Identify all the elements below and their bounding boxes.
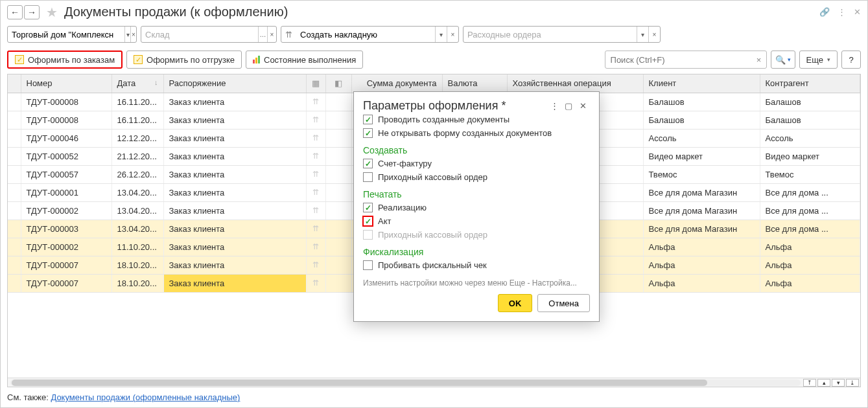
ellipsis-icon[interactable]: … [258, 27, 267, 42]
dropdown-icon[interactable]: ▾ [124, 27, 130, 42]
link-icon[interactable]: 🔗 [819, 7, 830, 17]
cell-order: Заказ клиента [163, 238, 306, 256]
cell-order: Заказ клиента [163, 93, 306, 111]
kebab-menu-icon[interactable]: ⋮ [838, 7, 846, 17]
col-doc-icon[interactable]: ▦ [306, 74, 325, 93]
checkbox-post-created[interactable] [363, 115, 373, 124]
close-icon[interactable]: ✕ [854, 7, 861, 17]
dialog-menu-icon[interactable]: ⋮ [547, 98, 561, 113]
checkbox-dont-open[interactable] [363, 128, 373, 138]
check-icon: ✓ [15, 55, 24, 64]
label-realization: Реализацию [378, 203, 427, 212]
cell-order: Заказ клиента [163, 201, 306, 220]
col-date[interactable]: Дата↓ [111, 74, 163, 93]
checkbox-cash-order-print [363, 230, 373, 240]
clear-icon[interactable]: × [267, 27, 276, 42]
footer-link[interactable]: Документы продажи (оформленные накладные… [51, 392, 240, 402]
cell-order: Заказ клиента [163, 274, 306, 292]
row-act[interactable]: Акт [363, 214, 590, 228]
cell-counterparty: Все для дома ... [760, 220, 860, 238]
scroll-bottom-button[interactable]: ⤓ [846, 379, 859, 387]
more-button[interactable]: Еще ▾ [799, 51, 838, 69]
cell-counterparty: Все для дома ... [760, 201, 860, 220]
cell-date: 13.04.20... [111, 201, 163, 220]
by-shipment-button[interactable]: ✓ Оформить по отгрузке [126, 51, 242, 69]
ok-button[interactable]: OK [498, 294, 533, 312]
create-waybill-input[interactable] [296, 30, 435, 40]
row-invoice[interactable]: Счет-фактуру [363, 157, 590, 170]
col-operation[interactable]: Хозяйственная операция [507, 74, 643, 93]
up-arrows-icon: ⇈ [306, 274, 325, 292]
row-realization[interactable]: Реализацию [363, 201, 590, 214]
scroll-down-button[interactable]: ▾ [832, 379, 845, 387]
by-orders-button[interactable]: ✓ Оформить по заказам [7, 51, 123, 69]
expense-orders-combo[interactable]: ▾ × [463, 26, 661, 43]
row-dont-open[interactable]: Не открывать форму созданных документов [363, 126, 590, 140]
checkbox-cash-order[interactable] [363, 172, 373, 182]
warehouse-combo[interactable]: … × [141, 26, 277, 43]
sort-down-icon: ↓ [154, 78, 158, 86]
col-sum[interactable]: Сумма документа [351, 74, 442, 93]
favorite-star-icon[interactable]: ★ [45, 5, 59, 19]
col-number[interactable]: Номер [21, 74, 111, 93]
cancel-button[interactable]: Отмена [537, 294, 590, 312]
dialog-close-icon[interactable]: ✕ [576, 98, 590, 113]
col-status-icon[interactable]: ◧ [325, 74, 351, 93]
org-input[interactable] [8, 30, 124, 40]
dropdown-icon[interactable]: ▾ [637, 27, 648, 42]
search-input[interactable] [605, 55, 752, 65]
nav-forward-button[interactable]: → [24, 5, 40, 19]
chevron-down-icon: ▾ [827, 56, 830, 63]
checkbox-invoice[interactable] [363, 159, 373, 168]
row-fiscal-check[interactable]: Пробивать фискальный чек [363, 258, 590, 272]
clear-icon[interactable]: × [130, 27, 136, 42]
expense-orders-input[interactable] [463, 30, 637, 40]
dropdown-icon[interactable]: ▾ [435, 27, 447, 42]
cell-date: 13.04.20... [111, 183, 163, 201]
clear-icon[interactable]: × [447, 27, 458, 42]
col-currency[interactable]: Валюта [442, 74, 507, 93]
checkbox-act[interactable] [363, 216, 373, 226]
cell-client: Альфа [643, 238, 760, 256]
section-fiscal: Фискализация [363, 245, 590, 258]
help-button[interactable]: ? [841, 51, 861, 69]
col-counterparty[interactable]: Контрагент [760, 74, 860, 93]
cell-date: 16.11.20... [111, 111, 163, 129]
create-waybill-combo[interactable]: ⇈ ▾ × [281, 26, 459, 43]
org-combo[interactable]: ▾ × [7, 26, 137, 43]
cell-number: ТДУТ-000008 [21, 111, 111, 129]
table-header-row: Номер Дата↓ Распоряжение ▦ ◧ Сумма докум… [8, 74, 860, 93]
search-box[interactable]: × [605, 51, 767, 69]
cell-date: 11.10.20... [111, 238, 163, 256]
col-client[interactable]: Клиент [643, 74, 760, 93]
clear-icon[interactable]: × [648, 27, 660, 42]
cell-number: ТДУТ-000001 [21, 183, 111, 201]
by-shipment-label: Оформить по отгрузке [147, 55, 235, 65]
search-button[interactable]: 🔍▾ [771, 51, 795, 69]
dialog-maximize-icon[interactable]: ▢ [561, 98, 576, 113]
cell-number: ТДУТ-000052 [21, 147, 111, 165]
scrollbar-thumb[interactable] [12, 380, 707, 386]
cell-counterparty: Балашов [760, 93, 860, 111]
cell-counterparty: Все для дома ... [760, 183, 860, 201]
up-arrows-icon: ⇈ [306, 165, 325, 183]
state-button[interactable]: Состояние выполнения [246, 51, 363, 69]
horizontal-scrollbar[interactable]: ⤒ ▴ ▾ ⤓ [8, 378, 860, 387]
cell-client: Балашов [643, 111, 760, 129]
cell-order: Заказ клиента [163, 220, 306, 238]
row-post-created[interactable]: Проводить созданные документы [363, 113, 590, 126]
row-cash-order[interactable]: Приходный кассовый ордер [363, 170, 590, 184]
cell-client: Альфа [643, 274, 760, 292]
footer-prefix: См. также: [7, 392, 51, 402]
cell-number: ТДУТ-000003 [21, 220, 111, 238]
scroll-up-button[interactable]: ▴ [817, 379, 830, 387]
col-order[interactable]: Распоряжение [163, 74, 306, 93]
cell-date: 12.12.20... [111, 129, 163, 147]
clear-search-icon[interactable]: × [752, 55, 766, 65]
nav-back-button[interactable]: ← [7, 5, 23, 19]
cell-counterparty: Альфа [760, 238, 860, 256]
scroll-top-button[interactable]: ⤒ [803, 379, 816, 387]
checkbox-realization[interactable] [363, 203, 373, 212]
warehouse-input[interactable] [141, 30, 258, 40]
checkbox-fiscal-check[interactable] [363, 260, 373, 270]
